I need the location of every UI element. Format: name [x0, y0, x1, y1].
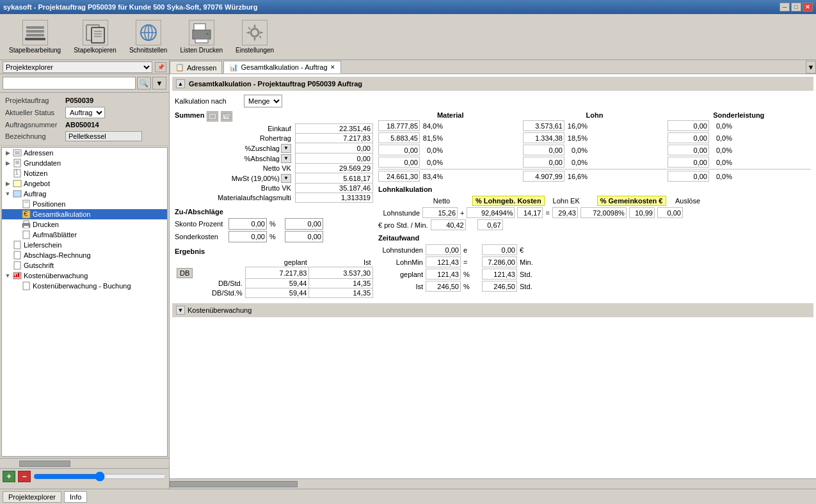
toolbar-schnittstellen[interactable]: Schnittstellen [125, 19, 171, 55]
zu-abschlage-title: Zu-/Abschläge [175, 208, 373, 216]
lohn-val-1: 3.573,61 [523, 120, 564, 131]
expander-angebot[interactable]: ▶ [3, 179, 12, 188]
panel-expand-button[interactable]: ▲ [176, 79, 185, 88]
mat-val-4: 0,00 [378, 157, 420, 168]
main-layout: Projektexplorer 📌 🔍 ▼ Projektauftrag P05… [0, 60, 816, 489]
ergebnis-db-row: DB 7.217,83 3.537,30 [175, 267, 373, 279]
aktueller-status-label: Aktueller Status [5, 109, 63, 116]
auftragsnummer-label: Auftragsnummer [5, 121, 63, 129]
status-tab-info[interactable]: Info [64, 491, 87, 503]
svg-rect-39 [14, 251, 20, 259]
zt-lohnmin-label: LohnMin [378, 258, 423, 266]
zt-lohnmin-val: 121,43 [426, 256, 461, 267]
icon-angebot [12, 179, 22, 188]
tree-item-auftrag[interactable]: ▼ Auftrag [2, 189, 167, 199]
summen-icon-btn1[interactable] [207, 111, 218, 122]
expander-grunddaten[interactable]: ▶ [3, 159, 12, 168]
maximize-button[interactable]: □ [791, 3, 801, 12]
tab-gesamtkalkulation[interactable]: 📊 Gesamtkalkulation - Auftrag ✕ [223, 61, 340, 74]
tree-item-positionen[interactable]: ▶ Positionen [2, 199, 167, 209]
toolbar-stapelbearbeitung[interactable]: Stapelbearbeitung [5, 19, 65, 55]
zoom-slider[interactable] [33, 471, 166, 482]
close-button[interactable]: ✕ [803, 3, 813, 12]
aktueller-status-select[interactable]: Auftrag [65, 107, 105, 118]
tree-label-drucken: Drucken [33, 221, 59, 228]
tree-item-angebot[interactable]: ▶ Angebot [2, 178, 167, 189]
tree-label-kostenuberwachung-buchung: Kostenüberwachung - Buchung [33, 282, 131, 290]
info-row-projektauftrag: Projektauftrag P050039 [5, 97, 164, 104]
tab-adressen[interactable]: 📋 Adressen [170, 61, 222, 74]
kostenuberwachung-expand-button[interactable]: ▼ [176, 306, 185, 315]
mat-lohn-row-5: 24.661,30 83,4% 4.907,99 16,6% 0,00 0,0% [378, 169, 811, 182]
summen-row-mwst: MwSt (19,00%) ▼ 5.618,17 [175, 173, 373, 184]
tab-gesamtkalkulation-close[interactable]: ✕ [330, 64, 335, 70]
zt-lohnstunden-val1: 0,00 [426, 244, 461, 255]
zt-ist-unit: Std. [520, 283, 536, 290]
bezeichnung-value: Pelletkessel [65, 131, 142, 141]
icon-notizen: 1 [12, 169, 22, 178]
abschlag-expand[interactable]: ▼ [281, 154, 291, 163]
dbstdpct-ist: 14,35 [309, 288, 373, 298]
sonderkosten-pct-input[interactable] [228, 231, 267, 242]
sidebar-search-input[interactable] [3, 77, 136, 90]
sidebar: Projektexplorer 📌 🔍 ▼ Projektauftrag P05… [0, 60, 170, 489]
mat-val-5: 24.661,30 [378, 171, 420, 182]
tab-dropdown-button[interactable]: ▼ [806, 61, 816, 74]
skonto-val-input[interactable] [285, 218, 323, 230]
sidebar-selector[interactable]: Projektexplorer [3, 61, 152, 73]
tree-item-adressen[interactable]: ▶ Adressen [2, 148, 167, 158]
sonderkosten-val-input[interactable] [285, 231, 323, 242]
db-button[interactable]: DB [177, 268, 193, 278]
expander-auftrag[interactable]: ▼ [3, 189, 12, 198]
delete-button[interactable]: − [18, 471, 31, 482]
expander-adressen[interactable]: ▶ [3, 148, 12, 157]
toolbar-stapelkopieren[interactable]: Stapelkopieren [70, 19, 120, 55]
main-toolbar: Stapelbearbeitung Stapelkopieren Schnitt… [0, 14, 816, 60]
expander-kostenuberwachung[interactable]: ▼ [3, 271, 12, 280]
lohnstunde-kosten: 14,17 [517, 207, 543, 218]
tree-item-lieferschein[interactable]: ▶ Lieferschein [2, 240, 167, 250]
lohn-pct-1: 16,0% [566, 122, 589, 130]
kalkulation-nach-select[interactable]: Menge Betrag [244, 95, 282, 107]
tree-item-drucken[interactable]: ▶ Drucken [2, 219, 167, 230]
tree-item-aufmassblatter[interactable]: ▶ Aufmaßblätter [2, 230, 167, 240]
kalkulation-nach-row: Kalkulation nach Menge Betrag [172, 95, 813, 107]
db-ist: 3.537,30 [309, 267, 373, 279]
lohn-ek-header: Lohn EK [547, 197, 586, 205]
material-lohn-rows: 18.777,85 84,0% 3.573,61 16,0% 0,00 0,0% [378, 120, 811, 182]
content-horizontal-scrollbar[interactable] [170, 478, 816, 489]
sidebar-search-dropdown[interactable]: ▼ [152, 77, 166, 90]
sonderleistung-header: Sonderleistung [713, 111, 764, 119]
tree-item-notizen[interactable]: ▶ 1 Notizen [2, 168, 167, 178]
mat-lohn-row-4: 0,00 0,0% 0,00 0,0% 0,00 0,0% [378, 157, 811, 168]
db-geplant: 7.217,83 [245, 267, 309, 279]
tree-item-gesamtkalkulation[interactable]: ▶ € Gesamtkalkulation [2, 209, 167, 219]
tree-item-abschlags-rechnung[interactable]: ▶ Abschlags-Rechnung [2, 250, 167, 260]
toolbar-einstellungen[interactable]: Einstellungen [232, 19, 278, 55]
lohn-pct-4: 0,0% [566, 159, 589, 166]
zuschlag-expand[interactable]: ▼ [281, 144, 291, 153]
skonto-pct-input[interactable] [228, 218, 267, 230]
sidebar-pin-button[interactable]: 📌 [155, 62, 166, 72]
project-tree: ▶ Adressen ▶ Grunddaten ▶ 1 Noti [1, 147, 168, 457]
lohnkalkulation-title: Lohnkalkulation [378, 185, 811, 193]
svg-text:1: 1 [15, 169, 19, 176]
sidebar-horizontal-scrollbar[interactable] [0, 459, 169, 469]
tree-item-kostenuberwachung[interactable]: ▼ Kostenüberwachung [2, 271, 167, 281]
sidebar-search-button[interactable]: 🔍 [137, 77, 151, 90]
minimize-button[interactable]: ─ [780, 3, 790, 12]
zt-lohnmin-unit: Min. [520, 258, 536, 266]
status-tab-projektexplorer[interactable]: Projektexplorer [3, 491, 61, 503]
zeitaufwand-lohnstunden-row: Lohnstunden 0,00 e 0,00 € [378, 244, 811, 255]
auftragsnummer-value: AB050014 [65, 121, 99, 129]
tree-item-gutschrift[interactable]: ▶ Gutschrift [2, 260, 167, 271]
add-button[interactable]: + [3, 471, 15, 482]
toolbar-listen-drucken[interactable]: Listen Drucken [176, 19, 227, 55]
summen-icon-btn2[interactable]: % [221, 111, 232, 122]
tree-item-grunddaten[interactable]: ▶ Grunddaten [2, 158, 167, 168]
tree-item-kostenuberwachung-buchung[interactable]: ▶ Kostenüberwachung - Buchung [2, 281, 167, 291]
mat-val-3: 0,00 [378, 145, 420, 155]
ergebnis-dbstd-row: DB/Std. 59,44 14,35 [175, 279, 373, 288]
zt-geplant-label: geplant [378, 271, 423, 278]
mwst-expand[interactable]: ▼ [281, 174, 291, 183]
